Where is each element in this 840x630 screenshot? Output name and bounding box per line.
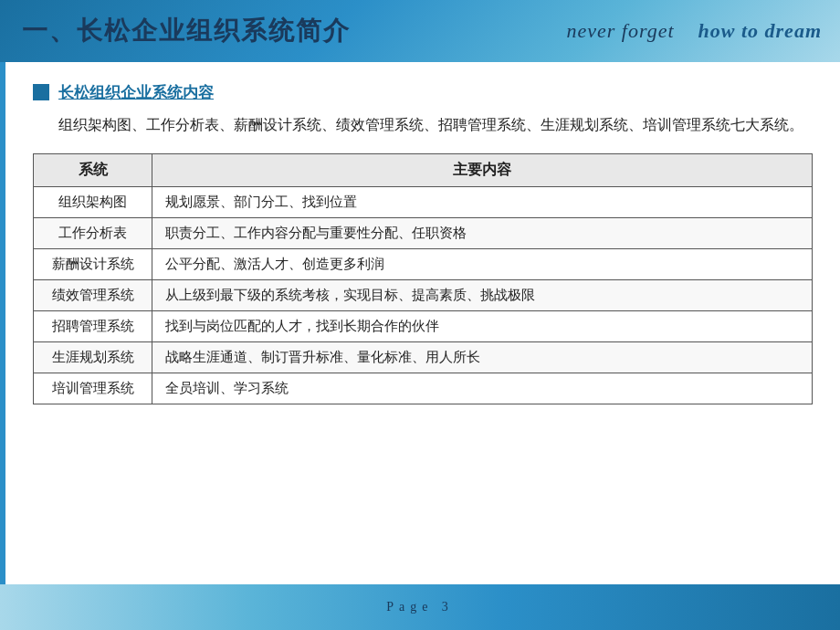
system-cell: 绩效管理系统 [34,280,152,311]
content-cell: 战略生涯通道、制订晋升标准、量化标准、用人所长 [152,342,813,373]
table-row: 工作分析表职责分工、工作内容分配与重要性分配、任职资格 [34,218,813,249]
col-content-header: 主要内容 [152,154,813,187]
content-cell: 找到与岗位匹配的人才，找到长期合作的伙伴 [152,311,813,342]
system-cell: 招聘管理系统 [34,311,152,342]
table-row: 组织架构图规划愿景、部门分工、找到位置 [34,187,813,218]
section-bullet: 长松组织企业系统内容 [33,82,813,103]
systems-table: 系统 主要内容 组织架构图规划愿景、部门分工、找到位置工作分析表职责分工、工作内… [33,153,813,404]
table-row: 薪酬设计系统公平分配、激活人才、创造更多利润 [34,249,813,280]
system-cell: 薪酬设计系统 [34,249,152,280]
table-row: 培训管理系统全员培训、学习系统 [34,373,813,404]
section-heading: 长松组织企业系统内容 [58,82,214,103]
bullet-icon [33,84,49,100]
content-cell: 职责分工、工作内容分配与重要性分配、任职资格 [152,218,813,249]
page-title: 一、长松企业组织系统简介 [22,14,351,48]
content-cell: 公平分配、激活人才、创造更多利润 [152,249,813,280]
system-cell: 工作分析表 [34,218,152,249]
footer-page-text: Page 3 [386,600,454,614]
table-row: 绩效管理系统从上级到最下级的系统考核，实现目标、提高素质、挑战极限 [34,280,813,311]
content-cell: 从上级到最下级的系统考核，实现目标、提高素质、挑战极限 [152,280,813,311]
content-cell: 规划愿景、部门分工、找到位置 [152,187,813,218]
table-row: 生涯规划系统战略生涯通道、制订晋升标准、量化标准、用人所长 [34,342,813,373]
col-system-header: 系统 [34,154,152,187]
system-cell: 培训管理系统 [34,373,152,404]
content-cell: 全员培训、学习系统 [152,373,813,404]
footer-bar: Page 3 [0,584,840,630]
system-cell: 生涯规划系统 [34,342,152,373]
table-header-row: 系统 主要内容 [34,154,813,187]
system-cell: 组织架构图 [34,187,152,218]
main-content: 长松组织企业系统内容 组织架构图、工作分析表、薪酬设计系统、绩效管理系统、招聘管… [5,62,840,584]
tagline-part2: how to dream [698,19,822,42]
header-bar: 一、长松企业组织系统简介 never forget how to dream [0,0,840,62]
table-row: 招聘管理系统找到与岗位匹配的人才，找到长期合作的伙伴 [34,311,813,342]
section-body: 组织架构图、工作分析表、薪酬设计系统、绩效管理系统、招聘管理系统、生涯规划系统、… [58,112,813,137]
header-tagline: never forget how to dream [566,19,822,43]
tagline-part1: never forget [566,19,674,42]
